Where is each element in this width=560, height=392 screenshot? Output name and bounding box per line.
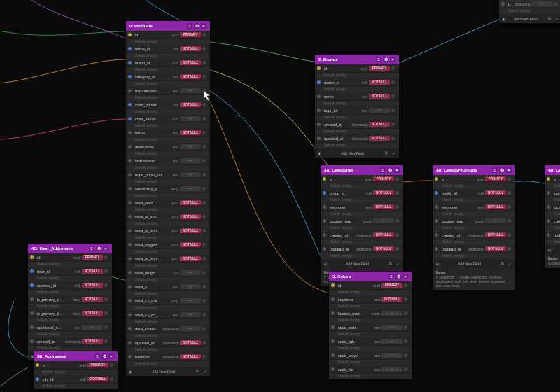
field-row[interactable]: created_attimestampNOT NULL bbox=[433, 231, 515, 239]
field-port-icon[interactable] bbox=[507, 205, 511, 209]
field-port-icon[interactable] bbox=[404, 284, 407, 287]
field-row[interactable]: wool_in_additionsboolNOT NULL bbox=[126, 227, 210, 235]
field-row[interactable]: main_photo_urltext— bbox=[126, 171, 210, 179]
field-port-icon[interactable] bbox=[202, 61, 206, 64]
copy-icon[interactable]: ⧉ bbox=[384, 150, 388, 155]
field-row[interactable]: created_attimestampNOT NULL bbox=[315, 120, 399, 129]
field-port-icon[interactable] bbox=[396, 205, 399, 209]
field-port-icon[interactable] bbox=[202, 355, 206, 358]
field-port-icon[interactable] bbox=[202, 173, 206, 176]
field-port-icon[interactable] bbox=[104, 284, 108, 287]
field-row[interactable]: secondary_photo_urlstext[]— bbox=[126, 185, 210, 193]
close-icon[interactable]: × bbox=[201, 23, 206, 29]
field-row[interactable]: wool_taggedboolNOT NULL bbox=[126, 241, 210, 249]
field-port-icon[interactable] bbox=[391, 122, 395, 126]
gear-icon[interactable]: ⚙ bbox=[96, 246, 102, 251]
field-port-icon[interactable] bbox=[202, 159, 206, 162]
field-row[interactable]: color_primary_idint8NOT NULL bbox=[126, 101, 210, 109]
field-port-icon[interactable] bbox=[404, 354, 407, 357]
field-row[interactable]: wool_filledboolNOT NULL bbox=[126, 199, 210, 207]
field-row[interactable]: instructionstext— bbox=[126, 157, 210, 165]
field-port-icon[interactable] bbox=[396, 247, 399, 251]
field-port-icon[interactable] bbox=[507, 191, 511, 195]
close-icon[interactable]: × bbox=[390, 57, 396, 62]
field-row[interactable]: keynametextNOT NULL bbox=[329, 295, 412, 304]
field-port-icon[interactable] bbox=[202, 229, 206, 232]
field-port-icon[interactable] bbox=[391, 136, 395, 140]
add-field-button[interactable]: Add New Field bbox=[327, 262, 388, 266]
close-icon[interactable]: × bbox=[103, 246, 108, 251]
add-field-button[interactable]: Add New Field bbox=[505, 17, 547, 21]
field-row[interactable]: date_closedtimestamp— bbox=[126, 325, 210, 333]
close-icon[interactable]: × bbox=[108, 354, 114, 359]
field-row[interactable]: family_idint8NOT NULL bbox=[433, 189, 515, 197]
field-port-icon[interactable] bbox=[202, 33, 206, 36]
field-row[interactable]: brand_idint8NOT NULL bbox=[126, 59, 210, 67]
field-row[interactable]: is_primary_billingboolNOT NULL bbox=[28, 309, 112, 318]
table-header[interactable]: 3A: Categories≡⚙× bbox=[321, 165, 403, 175]
field-row[interactable]: wool_in_substituteboolNOT NULL bbox=[126, 213, 210, 221]
field-row[interactable]: user_idint8NOT NULL bbox=[28, 267, 112, 276]
field-port-icon[interactable] bbox=[202, 131, 206, 134]
field-port-icon[interactable] bbox=[554, 2, 558, 6]
field-port-icon[interactable] bbox=[391, 66, 395, 70]
copy-icon[interactable]: ⧉ bbox=[195, 369, 200, 374]
field-port-icon[interactable] bbox=[396, 233, 399, 237]
table-header[interactable]: 0: Products≡⚙× bbox=[126, 21, 210, 31]
add-field-button[interactable]: Add New Field bbox=[321, 151, 384, 155]
field-row[interactable]: wool_s2_collectionsint4[]— bbox=[126, 297, 210, 305]
table-brands[interactable]: 2: Brands≡⚙×iduuidPRIMARYDefault: (empty… bbox=[315, 55, 399, 158]
field-port-icon[interactable] bbox=[104, 255, 108, 259]
field-port-icon[interactable] bbox=[202, 117, 206, 120]
field-row[interactable]: code_cmyktext— bbox=[329, 351, 412, 360]
field-row[interactable]: color_secondary_idint8— bbox=[126, 115, 210, 123]
field-port-icon[interactable] bbox=[202, 285, 206, 288]
field-row[interactable]: created_at— bbox=[545, 217, 560, 225]
table-header[interactable]: 5B: Addresses≡⚙× bbox=[34, 351, 118, 361]
field-row[interactable]: wool_lengthint4— bbox=[126, 269, 210, 277]
expand-icon[interactable]: ⤢ bbox=[391, 150, 396, 155]
field-row[interactable]: iduuidPRIMARY bbox=[329, 281, 412, 290]
field-port-icon[interactable] bbox=[404, 368, 407, 371]
field-row[interactable]: id— bbox=[545, 175, 560, 183]
field-row[interactable]: address_idint8NOT NULL bbox=[28, 281, 112, 290]
field-row[interactable]: keynametextNOT NULL bbox=[321, 203, 403, 211]
field-row[interactable]: updated_attimestampNOT NULL bbox=[126, 339, 210, 347]
field-row[interactable]: nametextNOT NULL bbox=[315, 92, 399, 101]
expand-icon[interactable]: ⤢ bbox=[202, 369, 206, 374]
field-row[interactable]: created_attimestampNOT NULL bbox=[321, 231, 403, 239]
field-port-icon[interactable] bbox=[104, 312, 108, 315]
table-addresses[interactable]: 5B: Addresses≡⚙×iduuidPRIMARYDefault: (e… bbox=[34, 351, 118, 389]
gear-icon[interactable]: ⚙ bbox=[102, 354, 107, 359]
close-icon[interactable]: × bbox=[402, 274, 408, 279]
field-port-icon[interactable] bbox=[507, 219, 511, 223]
field-row[interactable]: name_idint8NOT NULL bbox=[126, 45, 210, 53]
menu-icon[interactable]: ≡ bbox=[388, 274, 394, 279]
field-port-icon[interactable] bbox=[202, 271, 206, 274]
field-row[interactable]: descriptiontext— bbox=[126, 143, 210, 151]
table-categorygroups[interactable]: 3B: CategoryGroups≡⚙×iduuidPRIMARYDefaul… bbox=[433, 165, 515, 290]
field-port-icon[interactable] bbox=[404, 340, 407, 343]
close-icon[interactable]: × bbox=[506, 167, 512, 173]
menu-icon[interactable]: ≡ bbox=[89, 246, 94, 251]
field-port-icon[interactable] bbox=[202, 75, 206, 78]
field-row[interactable]: updated_attimestampNOT NULL bbox=[433, 245, 515, 253]
add-field-button[interactable]: Add New Field bbox=[132, 370, 195, 374]
field-port-icon[interactable] bbox=[404, 312, 407, 315]
field-port-icon[interactable] bbox=[396, 177, 399, 181]
field-row[interactable]: category_idint8NOT NULL bbox=[126, 73, 210, 81]
field-port-icon[interactable] bbox=[404, 298, 407, 301]
field-row[interactable]: manufactured_intext— bbox=[126, 87, 210, 95]
field-row[interactable]: keyname— bbox=[545, 189, 560, 197]
field-port-icon[interactable] bbox=[104, 326, 108, 329]
field-port-icon[interactable] bbox=[404, 326, 407, 329]
field-port-icon[interactable] bbox=[396, 191, 399, 195]
field-row[interactable]: nametextNOT NULL bbox=[126, 129, 210, 137]
add-field-button[interactable]: Add New Field bbox=[439, 262, 500, 266]
field-row[interactable]: additional_nametext— bbox=[28, 323, 112, 332]
table-header[interactable]: 2: Brands≡⚙× bbox=[315, 55, 399, 64]
field-row[interactable]: locales_mapjsonb— bbox=[433, 217, 515, 225]
field-port-icon[interactable] bbox=[202, 89, 206, 92]
gear-icon[interactable]: ⚙ bbox=[396, 274, 401, 279]
gear-icon[interactable]: ⚙ bbox=[499, 167, 505, 173]
